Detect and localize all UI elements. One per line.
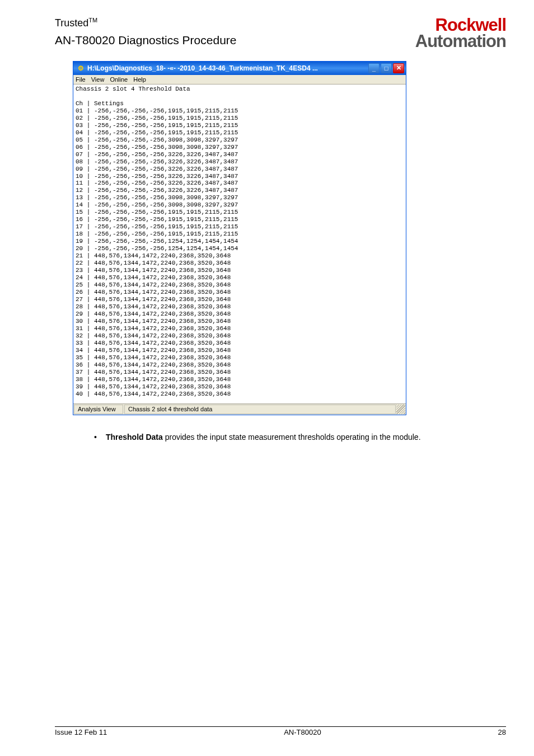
footer-page: 28	[498, 728, 506, 736]
close-button[interactable]: ✕	[393, 63, 404, 73]
footer-docid: AN-T80020	[284, 728, 321, 736]
status-bar: Analysis View Chassis 2 slot 4 threshold…	[73, 403, 406, 415]
menu-help[interactable]: Help	[133, 76, 146, 83]
status-detail: Chassis 2 slot 4 threshold data	[124, 405, 396, 414]
minimize-button[interactable]: _	[368, 63, 380, 73]
company-logo: Rockwell Automation	[415, 17, 506, 50]
page-title: AN-T80020 Diagnostics Procedure	[55, 34, 415, 47]
diagnostics-window: ⚙ H:\Logs\Diagnostics_18- -«- -2010_14-4…	[73, 61, 406, 415]
maximize-button[interactable]: □	[381, 63, 392, 73]
window-titlebar[interactable]: ⚙ H:\Logs\Diagnostics_18- -«- -2010_14-4…	[73, 62, 406, 75]
footer-issue: Issue 12 Feb 11	[55, 728, 107, 736]
menu-bar: File View Online Help	[73, 75, 406, 84]
menu-file[interactable]: File	[76, 76, 86, 83]
app-icon: ⚙	[76, 64, 85, 73]
page-footer: Issue 12 Feb 11 AN-T80020 28	[55, 726, 506, 736]
threshold-data-content: Chassis 2 slot 4 Threshold Data Ch | Set…	[73, 84, 406, 403]
threshold-description: Threshold Data provides the input state …	[106, 432, 421, 443]
brand-name: TrustedTM	[55, 17, 415, 29]
window-title: H:\Logs\Diagnostics_18- -«- -2010_14-43-…	[87, 64, 318, 72]
menu-view[interactable]: View	[91, 76, 105, 83]
status-mode: Analysis View	[74, 405, 123, 414]
menu-online[interactable]: Online	[110, 76, 128, 83]
bullet-icon: •	[94, 432, 97, 443]
resize-grip-icon[interactable]	[396, 405, 405, 414]
